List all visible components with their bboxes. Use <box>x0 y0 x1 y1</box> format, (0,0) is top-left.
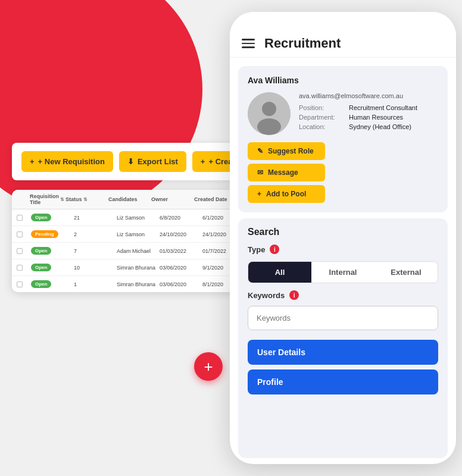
phone-mockup: Recruitment Ava Williams ava.williams@el… <box>230 12 456 464</box>
table-row: Product Administrator Open 1 Simran Bhur… <box>12 276 244 292</box>
suggest-role-icon: ✎ <box>257 147 263 155</box>
candidates-col: Candidates <box>108 196 150 202</box>
message-icon: ✉ <box>257 168 263 177</box>
avatar <box>248 92 291 135</box>
type-internal-button[interactable]: Internal <box>311 262 374 283</box>
row-candidates: 7 <box>74 248 116 254</box>
row-checkbox[interactable] <box>17 215 29 221</box>
row-checkbox[interactable] <box>17 248 29 254</box>
row-owner: Liz Samson <box>117 231 158 237</box>
toolbar: + + New Requisition ⬇ Export List + + Cr… <box>12 143 244 180</box>
type-info-badge: i <box>270 245 279 254</box>
row-status: Open <box>31 247 73 255</box>
row-created: 03/06/2020 <box>160 281 201 287</box>
row-checkbox[interactable] <box>17 231 29 237</box>
row-owner: Simran Bhurana <box>117 265 158 271</box>
message-button[interactable]: ✉ Message <box>248 164 325 181</box>
keywords-label: Keywords <box>248 291 285 300</box>
position-value: Recruitment Consultant <box>349 104 417 111</box>
search-action-buttons: User Details Profile <box>248 340 438 399</box>
location-label: Location: <box>299 123 346 130</box>
phone-notch <box>230 12 456 30</box>
keywords-row: Keywords i <box>248 290 438 300</box>
search-title: Search <box>248 227 438 237</box>
table-row: Product Manager - Adelaide Open 7 Adam M… <box>12 243 244 259</box>
type-row: Type i <box>248 245 438 254</box>
location-row: Location: Sydney (Head Office) <box>299 123 438 130</box>
profile-card: Ava Williams ava.williams@elmosoftware.c… <box>238 66 448 212</box>
add-icon: + <box>257 190 261 198</box>
plus-icon-2: + <box>201 157 205 166</box>
hamburger-menu[interactable] <box>242 39 255 48</box>
row-owner: Liz Samson <box>117 215 158 221</box>
table-body: Town Planner Open 21 Liz Samson 6/8/2020… <box>12 209 244 292</box>
row-status: Pending <box>31 230 73 238</box>
keywords-input[interactable] <box>248 306 438 330</box>
requisition-title-col: Requisition Title ⇅ <box>30 193 64 205</box>
department-row: Department: Human Resources <box>299 114 438 121</box>
fab-button[interactable]: + <box>194 352 223 381</box>
requisitions-table: Requisition Title ⇅ Status ⇅ Candidates … <box>12 190 244 292</box>
row-status: Open <box>31 214 73 221</box>
user-details-button[interactable]: User Details <box>248 340 438 365</box>
hamburger-line-1 <box>242 39 255 40</box>
row-candidates: 2 <box>74 231 116 237</box>
profile-body: ava.williams@elmosoftware.com.au Positio… <box>248 92 438 135</box>
download-icon: ⬇ <box>127 157 134 166</box>
row-created: 03/06/2020 <box>160 265 201 271</box>
row-created: 6/8/2020 <box>160 215 201 221</box>
row-candidates: 1 <box>74 281 116 287</box>
type-all-button[interactable]: All <box>248 262 311 283</box>
sort-icon-2: ⇅ <box>83 197 88 202</box>
department-label: Department: <box>299 114 346 121</box>
suggest-role-button[interactable]: ✎ Suggest Role <box>248 142 325 160</box>
row-checkbox[interactable] <box>17 281 29 287</box>
export-list-button[interactable]: ⬇ Export List <box>119 151 186 172</box>
profile-email: ava.williams@elmosoftware.com.au <box>299 92 438 99</box>
row-owner: Simran Bhurana <box>117 281 158 287</box>
table-row: Town Planner Open 21 Liz Samson 6/8/2020… <box>12 209 244 226</box>
row-owner: Adam Michael <box>117 248 158 254</box>
row-created: 01/03/2022 <box>160 248 201 254</box>
sort-icon: ⇅ <box>60 197 64 202</box>
keywords-info-badge: i <box>289 290 299 300</box>
profile-actions: ✎ Suggest Role ✉ Message + Add to Pool <box>248 142 438 203</box>
hamburger-line-3 <box>242 46 255 48</box>
phone-header: Recruitment <box>230 30 456 58</box>
row-checkbox[interactable] <box>17 265 29 271</box>
profile-name: Ava Williams <box>248 76 438 85</box>
add-to-pool-button[interactable]: + Add to Pool <box>248 185 325 203</box>
owner-col: Owner <box>151 196 193 202</box>
department-value: Human Resources <box>349 114 403 121</box>
table-header: Requisition Title ⇅ Status ⇅ Candidates … <box>12 190 244 209</box>
profile-button[interactable]: Profile <box>248 369 438 394</box>
table-row: HRD Planner Pending 2 Liz Samson 24/10/2… <box>12 226 244 243</box>
row-status: Open <box>31 264 73 271</box>
type-buttons: All Internal External <box>248 261 438 283</box>
svg-point-2 <box>257 118 281 135</box>
table-row: .NET Software Engineer Open 10 Simran Bh… <box>12 259 244 276</box>
plus-icon: + <box>30 157 35 166</box>
phone-title: Recruitment <box>264 36 341 51</box>
row-created: 24/10/2020 <box>160 231 201 237</box>
row-candidates: 10 <box>74 265 116 271</box>
search-section: Search Type i All Internal External Keyw… <box>238 218 448 458</box>
row-status: Open <box>31 280 73 288</box>
status-col: Status ⇅ <box>65 196 107 202</box>
new-requisition-button[interactable]: + + New Requisition <box>21 151 113 172</box>
profile-info: ava.williams@elmosoftware.com.au Positio… <box>299 92 438 135</box>
position-row: Position: Recruitment Consultant <box>299 104 438 111</box>
svg-point-1 <box>262 102 276 116</box>
type-label: Type <box>248 245 265 254</box>
left-panel: + + New Requisition ⬇ Export List + + Cr… <box>12 143 244 292</box>
hamburger-line-2 <box>242 43 255 45</box>
position-label: Position: <box>299 104 346 111</box>
type-external-button[interactable]: External <box>374 262 438 283</box>
location-value: Sydney (Head Office) <box>349 123 411 130</box>
row-candidates: 21 <box>74 215 116 221</box>
